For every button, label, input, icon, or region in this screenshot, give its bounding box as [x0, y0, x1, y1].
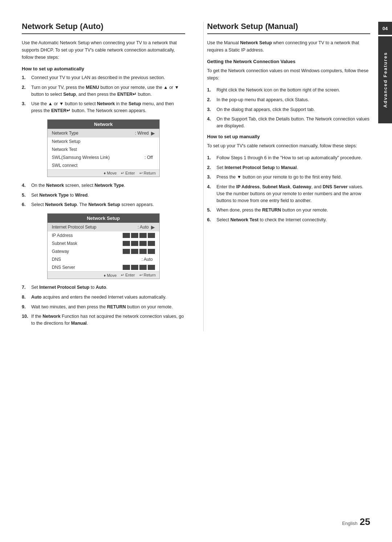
pixel-block: [123, 241, 130, 246]
right-subsection2-intro: To set up your TV's cable network connec…: [207, 142, 371, 149]
network-label: DNS: [52, 257, 142, 262]
page-footer: English 25: [342, 516, 370, 527]
right-column: Network Setup (Manual) Use the Manual Ne…: [203, 22, 371, 331]
step-item: 1. Right click the Network icon on the b…: [207, 87, 371, 94]
left-intro: Use the Automatic Network Setup when con…: [22, 39, 185, 61]
step-text: Use the ▲ or ▼ button to select Network …: [31, 100, 185, 114]
arrow-icon: ▶: [151, 224, 155, 230]
step-item: 2. In the pop-up menu that appears, clic…: [207, 97, 371, 103]
step-text: Wait two minutes, and then press the RET…: [31, 304, 185, 311]
setup-row-ips: Internet Protocol Setup : Auto ▶: [48, 223, 159, 231]
step-item: 5. Set Network Type to Wired.: [22, 192, 185, 199]
pixel-block: [123, 249, 130, 254]
pixel-block: [123, 233, 130, 238]
left-section-title: Network Setup (Auto): [22, 22, 185, 34]
step-num: 8.: [22, 294, 28, 301]
network-label: Gateway: [52, 249, 123, 254]
step-item: 10. If the Network Function has not acqu…: [22, 313, 185, 327]
right-steps-1: 1. Right click the Network icon on the b…: [207, 87, 371, 130]
step-text: Follow Steps 1 through 6 in the "How to …: [217, 155, 371, 161]
network-label: SWL(Samsung Wireless Link): [52, 155, 145, 160]
sidebar-label-box: Advanced Features: [378, 36, 392, 123]
left-column: Network Setup (Auto) Use the Automatic N…: [22, 22, 189, 331]
step-text: Select Network Test to check the Interne…: [217, 217, 371, 223]
network-label: DNS Server: [52, 265, 123, 270]
pixel-block: [148, 249, 155, 254]
setup-row-ip: IP Address: [48, 231, 159, 239]
sidebar-chapter-number: 04: [383, 26, 388, 31]
step-num: 4.: [22, 182, 28, 189]
pixel-block: [139, 249, 147, 254]
network-value: : Auto: [142, 257, 153, 262]
step-item: 7. Set Internet Protocol Setup to Auto.: [22, 284, 185, 291]
step-text: Set Network Type to Wired.: [31, 192, 185, 199]
step-num: 6.: [22, 201, 28, 208]
step-text: On the Network screen, select Network Ty…: [31, 182, 185, 189]
network-label: SWL connect: [52, 163, 155, 168]
sidebar-number-box: 04: [378, 22, 392, 35]
footer-move: ♦ Move: [104, 171, 117, 176]
network-value: : Wired: [135, 131, 149, 136]
step-num: 1.: [207, 155, 214, 161]
network-row-type: Network Type : Wired ▶: [48, 129, 159, 137]
network-setup-box-title: Network Setup: [48, 214, 159, 223]
step-num: 7.: [22, 284, 28, 291]
network-value: : Auto: [138, 225, 149, 230]
step-text: Press the ▼ button on your remote to go …: [217, 174, 371, 181]
pixel-block: [148, 233, 155, 238]
footer-page-number: 25: [360, 516, 370, 527]
step-item: 6. Select Network Test to check the Inte…: [207, 217, 371, 223]
setup-row-subnet: Subnet Mask: [48, 239, 159, 247]
step-text: Turn on your TV, press the MENU button o…: [31, 84, 185, 98]
pixel-block: [123, 265, 130, 270]
step-text: On the dialog that appears, click the Su…: [217, 106, 371, 113]
step-num: 2.: [22, 84, 28, 98]
step-text: When done, press the RETURN button on yo…: [217, 207, 371, 214]
network-label: Network Test: [52, 147, 155, 152]
step-item: 8. Auto acquires and enters the needed I…: [22, 294, 185, 301]
arrow-icon: ▶: [151, 130, 155, 136]
step-text: Enter the IP Address, Subnet Mask, Gatew…: [217, 184, 371, 204]
step-text: Set Internet Protocol Setup to Manual.: [217, 164, 371, 171]
pixel-block: [139, 265, 147, 270]
setup-row-gateway: Gateway: [48, 247, 159, 255]
network-label: Internet Protocol Setup: [52, 225, 138, 230]
network-box: Network Network Type : Wired ▶ Network S…: [47, 119, 160, 177]
network-value: : Off: [144, 155, 152, 160]
step-num: 2.: [207, 97, 214, 103]
network-row-swlconnect: SWL connect: [48, 161, 159, 169]
step-text: Select Network Setup. The Network Setup …: [31, 201, 185, 208]
step-text: Auto acquires and enters the needed Inte…: [31, 294, 185, 301]
pixel-blocks: [123, 241, 155, 246]
step-item: 2. Set Internet Protocol Setup to Manual…: [207, 164, 371, 171]
content-area: Network Setup (Auto) Use the Automatic N…: [22, 22, 370, 331]
step-item: 3. Use the ▲ or ▼ button to select Netwo…: [22, 100, 185, 114]
step-num: 2.: [207, 164, 214, 171]
network-label: Network Type: [52, 131, 135, 136]
left-steps-before: 1. Connect your TV to your LAN as descri…: [22, 74, 185, 114]
step-num: 4.: [207, 184, 214, 204]
network-row-setup: Network Setup: [48, 137, 159, 145]
pixel-block: [131, 233, 138, 238]
right-steps-2: 1. Follow Steps 1 through 6 in the "How …: [207, 155, 371, 223]
pixel-block: [148, 265, 155, 270]
step-item: 4. Enter the IP Address, Subnet Mask, Ga…: [207, 184, 371, 204]
step-num: 9.: [22, 304, 28, 311]
step-text: In the pop-up menu that appears, click S…: [217, 97, 371, 103]
step-num: 3.: [207, 106, 214, 113]
step-text: On the Support Tab, click the Details bu…: [217, 116, 371, 130]
left-steps-after-box: 4. On the Network screen, select Network…: [22, 182, 185, 208]
right-subsection1-title: Getting the Network Connection Values: [207, 59, 371, 64]
pixel-blocks: [123, 265, 155, 270]
network-box-title: Network: [48, 120, 159, 129]
setup-row-dnsserver: DNS Server: [48, 263, 159, 271]
pixel-block: [139, 241, 147, 246]
step-num: 1.: [207, 87, 214, 94]
pixel-block: [131, 249, 138, 254]
step-num: 3.: [22, 100, 28, 114]
footer-move: ♦ Move: [104, 273, 117, 278]
step-item: 5. When done, press the RETURN button on…: [207, 207, 371, 214]
step-num: 6.: [207, 217, 214, 223]
page-container: Network Setup (Auto) Use the Automatic N…: [0, 0, 392, 542]
network-label: Subnet Mask: [52, 241, 123, 246]
